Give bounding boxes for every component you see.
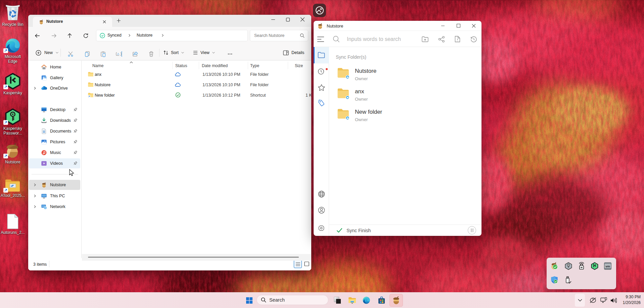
svg-text:A: A <box>117 52 120 56</box>
svg-text:vm: vm <box>605 264 610 268</box>
